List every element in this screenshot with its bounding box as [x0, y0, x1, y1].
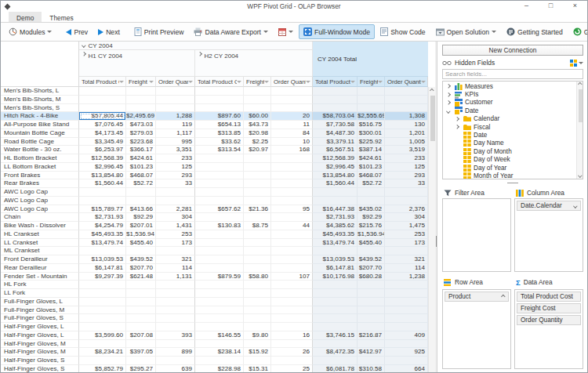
- data-cell[interactable]: [358, 197, 385, 205]
- data-cell[interactable]: [244, 96, 271, 104]
- data-cell[interactable]: [195, 264, 244, 273]
- data-cell[interactable]: $8,472.35: [313, 348, 358, 357]
- data-cell[interactable]: [156, 281, 195, 289]
- measure-header[interactable]: Total Product Cost: [195, 77, 244, 87]
- data-cell[interactable]: [244, 172, 271, 180]
- data-cell[interactable]: $4,254.79: [79, 222, 126, 230]
- data-cell[interactable]: [271, 172, 313, 180]
- data-cell[interactable]: [358, 87, 385, 96]
- data-cell[interactable]: [195, 281, 244, 289]
- row-header[interactable]: Men's Bib-Shorts, L: [1, 87, 79, 96]
- data-cell[interactable]: $654.13: [195, 121, 244, 129]
- row-header[interactable]: AWC Logo Cap: [1, 205, 79, 214]
- measure-header[interactable]: Freight Cost: [244, 77, 271, 87]
- row-header[interactable]: Half-Finger Gloves, M: [1, 340, 79, 349]
- data-cell[interactable]: $45,493.35: [313, 230, 358, 239]
- column-group-cy2004[interactable]: CY 2004: [79, 42, 313, 50]
- data-cell[interactable]: [271, 96, 313, 104]
- data-cell[interactable]: $412.97: [358, 348, 385, 357]
- data-cell[interactable]: $680.28: [358, 273, 385, 281]
- row-header[interactable]: Full-Finger Gloves, L: [1, 298, 79, 306]
- data-cell[interactable]: $516.75: [358, 121, 385, 129]
- data-cell[interactable]: $2,731.93: [313, 213, 358, 222]
- data-cell[interactable]: [244, 213, 271, 222]
- data-cell[interactable]: $439.52: [126, 255, 156, 264]
- data-aware-export-button[interactable]: Data Aware Export: [189, 24, 273, 39]
- data-cell[interactable]: [385, 357, 428, 365]
- data-cell[interactable]: [244, 306, 271, 315]
- data-cell[interactable]: [271, 104, 313, 113]
- expand-icon[interactable]: [446, 85, 450, 89]
- data-cell[interactable]: [271, 289, 313, 298]
- data-cell[interactable]: [313, 96, 358, 104]
- data-cell[interactable]: 44: [271, 222, 313, 230]
- data-cell[interactable]: [126, 289, 156, 298]
- data-cell[interactable]: [195, 247, 244, 255]
- data-cell[interactable]: [156, 306, 195, 315]
- data-cell[interactable]: [244, 289, 271, 298]
- data-cell[interactable]: $366.17: [126, 146, 156, 154]
- row-header[interactable]: Half-Finger Gloves, S: [1, 357, 79, 365]
- row-header[interactable]: Road Bottle Cage: [1, 138, 79, 147]
- data-cell[interactable]: [313, 197, 358, 205]
- data-cell[interactable]: 253: [156, 230, 195, 239]
- data-cell[interactable]: [156, 289, 195, 298]
- tab-demo[interactable]: Demo: [9, 12, 42, 22]
- data-cell[interactable]: [358, 104, 385, 113]
- data-cell[interactable]: $57,805.44: [79, 112, 126, 121]
- data-cell[interactable]: [244, 239, 271, 248]
- data-cell[interactable]: [195, 197, 244, 205]
- data-cell[interactable]: [126, 306, 156, 315]
- tab-themes[interactable]: Themes: [42, 12, 81, 22]
- data-cell[interactable]: [271, 230, 313, 239]
- data-cell[interactable]: 125: [385, 163, 428, 172]
- data-cell[interactable]: [195, 179, 244, 188]
- data-area-field[interactable]: Freight Cost: [517, 303, 581, 313]
- data-cell[interactable]: [79, 314, 126, 323]
- expand-icon[interactable]: [446, 92, 450, 96]
- scroll-up-icon[interactable]: [578, 82, 582, 86]
- tree-item-date[interactable]: Date: [443, 107, 576, 114]
- data-cell[interactable]: [358, 323, 385, 331]
- data-cell[interactable]: $3,746.15: [313, 331, 358, 340]
- data-cell[interactable]: [271, 306, 313, 315]
- data-cell[interactable]: [244, 104, 271, 113]
- data-cell[interactable]: $310.58: [358, 365, 385, 373]
- data-cell[interactable]: 304: [156, 213, 195, 222]
- data-cell[interactable]: [385, 289, 428, 298]
- data-cell[interactable]: [156, 96, 195, 104]
- row-header[interactable]: HL Bottom Bracket: [1, 154, 79, 163]
- search-fields-input[interactable]: Search fields...: [442, 69, 583, 79]
- data-cell[interactable]: $58,703.04: [313, 112, 358, 121]
- tree-item-kpis[interactable]: KPIs: [443, 90, 576, 98]
- row-header[interactable]: Half-Finger Gloves, M: [1, 348, 79, 357]
- data-cell[interactable]: 293: [156, 172, 195, 180]
- data-cell[interactable]: $2,731.93: [79, 213, 126, 222]
- data-cell[interactable]: [126, 197, 156, 205]
- data-cell[interactable]: [271, 247, 313, 255]
- data-cell[interactable]: $657.62: [195, 205, 244, 214]
- data-cell[interactable]: 321: [385, 255, 428, 264]
- data-cell[interactable]: [126, 281, 156, 289]
- data-cell[interactable]: 321: [156, 255, 195, 264]
- column-area-field[interactable]: Date.Calendar: [517, 201, 581, 211]
- row-header[interactable]: All-Purpose Bike Stand: [1, 121, 79, 129]
- collapse-icon[interactable]: [82, 43, 85, 47]
- data-cell[interactable]: $3,599.60: [79, 331, 126, 340]
- data-cell[interactable]: 3,519: [385, 146, 428, 154]
- collapse-icon[interactable]: [446, 109, 450, 113]
- data-cell[interactable]: 168: [271, 146, 313, 154]
- data-area-field[interactable]: Order Quantity: [517, 315, 581, 325]
- data-cell[interactable]: $207.70: [126, 264, 156, 273]
- column-group-cy2004-total[interactable]: CY 2004 Total: [313, 42, 428, 77]
- data-cell[interactable]: $215.76: [358, 222, 385, 230]
- data-cell[interactable]: $455.40: [126, 239, 156, 248]
- data-cell[interactable]: [195, 323, 244, 331]
- data-cell[interactable]: $879.59: [195, 273, 244, 281]
- data-cell[interactable]: $13,039.53: [313, 255, 358, 264]
- row-header[interactable]: LL Fork: [1, 289, 79, 298]
- data-cell[interactable]: [313, 87, 358, 96]
- data-cell[interactable]: [156, 340, 195, 349]
- data-cell[interactable]: $6,081.78: [313, 365, 358, 373]
- data-cell[interactable]: [358, 314, 385, 323]
